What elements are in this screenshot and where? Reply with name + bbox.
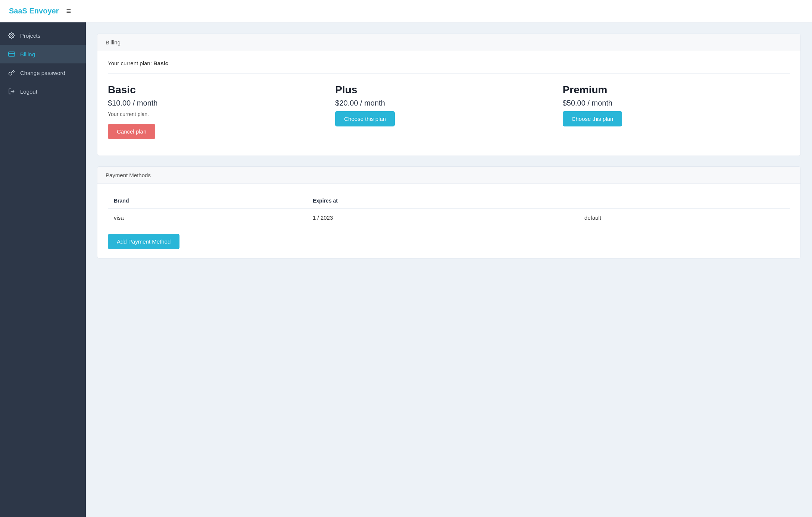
col-badge-header bbox=[578, 193, 790, 209]
payment-brand: visa bbox=[108, 209, 307, 227]
col-brand: Brand bbox=[108, 193, 307, 209]
cancel-plan-button[interactable]: Cancel plan bbox=[108, 124, 155, 139]
sidebar-label-projects: Projects bbox=[20, 32, 40, 39]
card-icon bbox=[7, 50, 16, 58]
sidebar-label-change-password: Change password bbox=[20, 70, 65, 76]
payment-methods-title: Payment Methods bbox=[106, 172, 151, 178]
add-payment-method-button[interactable]: Add Payment Method bbox=[108, 234, 179, 249]
payment-methods-card-header: Payment Methods bbox=[97, 167, 800, 184]
gear-icon bbox=[7, 31, 16, 40]
plan-basic: Basic $10.00 / month Your current plan. … bbox=[108, 80, 335, 147]
sidebar-item-change-password[interactable]: Change password bbox=[0, 63, 86, 82]
logout-icon bbox=[7, 87, 16, 95]
sidebar-item-projects[interactable]: Projects bbox=[0, 26, 86, 45]
plan-basic-name: Basic bbox=[108, 84, 328, 96]
payment-table: Brand Expires at visa 1 / 2023 default bbox=[108, 193, 790, 227]
billing-card-body: Your current plan: Basic Basic $10.00 / … bbox=[97, 51, 800, 156]
current-plan-prefix: Your current plan: bbox=[108, 60, 153, 66]
svg-point-0 bbox=[11, 35, 13, 37]
current-plan-text: Your current plan: Basic bbox=[108, 60, 790, 73]
col-expires: Expires at bbox=[307, 193, 578, 209]
plans-grid: Basic $10.00 / month Your current plan. … bbox=[108, 80, 790, 147]
sidebar-label-billing: Billing bbox=[20, 51, 35, 57]
plan-premium-name: Premium bbox=[563, 84, 783, 96]
key-icon bbox=[7, 69, 16, 77]
payment-expires: 1 / 2023 bbox=[307, 209, 578, 227]
billing-section-title: Billing bbox=[106, 39, 121, 46]
current-plan-name: Basic bbox=[153, 60, 168, 66]
payment-badge: default bbox=[578, 209, 790, 227]
plan-plus-name: Plus bbox=[335, 84, 555, 96]
plan-premium: Premium $50.00 / month Choose this plan bbox=[563, 80, 790, 147]
app-logo[interactable]: SaaS Envoyer bbox=[9, 7, 59, 15]
sidebar: Projects Billing Change password bbox=[0, 22, 86, 517]
plan-basic-price: $10.00 / month bbox=[108, 99, 328, 107]
payment-row-visa: visa 1 / 2023 default bbox=[108, 209, 790, 227]
billing-card-header: Billing bbox=[97, 34, 800, 51]
billing-card: Billing Your current plan: Basic Basic $… bbox=[97, 34, 801, 156]
sidebar-item-billing[interactable]: Billing bbox=[0, 45, 86, 63]
payment-methods-card: Payment Methods Brand Expires at visa bbox=[97, 166, 801, 258]
payment-methods-card-body: Brand Expires at visa 1 / 2023 default A bbox=[97, 184, 800, 258]
layout: Projects Billing Change password bbox=[0, 22, 812, 517]
choose-plus-button[interactable]: Choose this plan bbox=[335, 111, 395, 126]
choose-premium-button[interactable]: Choose this plan bbox=[563, 111, 622, 126]
payment-table-header-row: Brand Expires at bbox=[108, 193, 790, 209]
plan-plus: Plus $20.00 / month Choose this plan bbox=[335, 80, 562, 147]
plan-plus-price: $20.00 / month bbox=[335, 99, 555, 107]
plan-basic-note: Your current plan. bbox=[108, 111, 328, 117]
svg-rect-1 bbox=[9, 52, 15, 56]
top-nav: SaaS Envoyer ≡ bbox=[0, 0, 812, 22]
hamburger-icon[interactable]: ≡ bbox=[66, 7, 71, 15]
sidebar-label-logout: Logout bbox=[20, 88, 37, 95]
main-content: Billing Your current plan: Basic Basic $… bbox=[86, 22, 812, 517]
plan-premium-price: $50.00 / month bbox=[563, 99, 783, 107]
sidebar-item-logout[interactable]: Logout bbox=[0, 82, 86, 101]
